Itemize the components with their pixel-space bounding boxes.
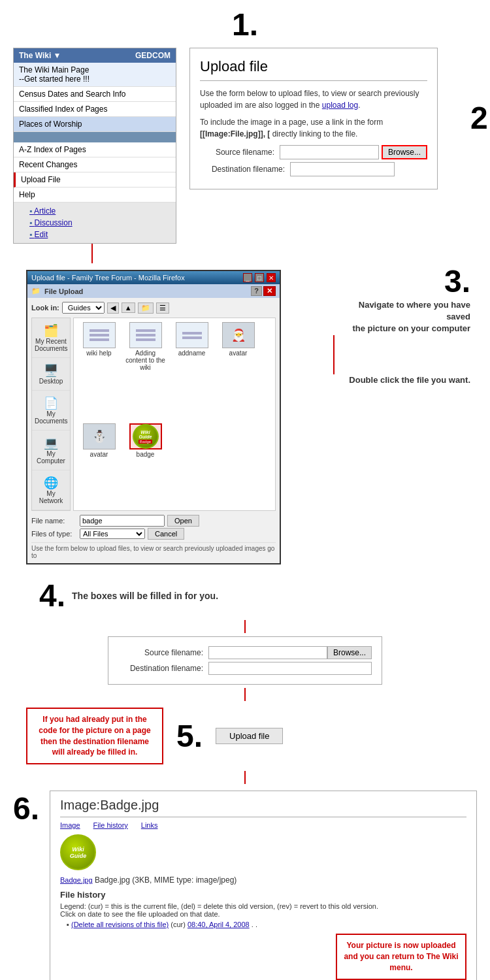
filetype-select[interactable]: All Files [80,529,145,539]
dest-input[interactable] [290,162,395,176]
image-tabs: Image File history Links [60,821,466,829]
tab-links[interactable]: Links [141,821,158,829]
dialog-filetype-row: Files of type: All Files Cancel [31,528,276,540]
source-row: Source filename: Browse... [200,145,427,159]
sidebar-network[interactable]: 🌐 My Network [32,470,70,510]
sidebar-sub-discussion[interactable]: Discussion [19,217,171,229]
source-input[interactable] [280,145,379,159]
dialog-close-btn[interactable]: ✕ [263,286,276,296]
image-page-title: Image:Badge.jpg [60,798,466,817]
sidebar-item-main[interactable]: The Wiki Main Page--Get started here !!! [14,63,176,87]
sidebar-mycomputer[interactable]: 💻 My Computer [32,431,70,470]
look-in-select[interactable]: Guides [62,302,105,314]
tab-image[interactable]: Image [60,821,80,829]
dialog-close[interactable]: ✕ [267,273,276,282]
sidebar-item-worship[interactable]: Places of Worship [14,117,176,132]
filled-source-row: Source filename: C:\Documents and Settin… [118,646,372,659]
upload-file-box: Upload file Use the form below to upload… [189,48,438,189]
dialog-toolbar: Look in: Guides ◀ ▲ 📁 ☰ [31,302,276,314]
file-avatar1[interactable]: 🎅 avatar [217,322,259,357]
filled-dest-row: Destination filename: Badge.jpg [118,662,372,675]
file-badge[interactable]: Wiki Guide Badge badge [124,423,167,458]
file-addname[interactable]: addname [171,322,213,357]
file-history-item: (Delete all revisions of this file) (cur… [67,921,466,928]
sidebar-item-census[interactable]: Census Dates and Search Info [14,87,176,102]
file-adding[interactable]: Adding content to the wiki [124,322,167,371]
filename-input[interactable] [80,515,165,527]
upload-file-button[interactable]: Upload file [216,728,283,744]
cancel-button[interactable]: Cancel [148,528,184,540]
sidebar-recent[interactable]: 🗂️ My Recent Documents [32,318,70,358]
sidebar-item-help[interactable]: Help [14,188,176,203]
connector-5 [244,771,246,784]
file-avatar2[interactable]: ⛄ avatar [78,423,120,458]
network-icon: 🌐 [35,476,67,490]
file-link[interactable]: Badge.jpg [60,876,93,884]
badge-image: Wiki Guide [60,834,96,870]
connector-5-area [13,771,477,784]
filled-browse-btn[interactable]: Browse... [327,646,372,659]
step3-label: 3. [444,264,470,299]
new-folder-btn[interactable]: 📁 [138,302,154,314]
dialog-help-btn[interactable]: ? [251,286,262,296]
view-btn[interactable]: ☰ [156,302,169,314]
filetype-label: Files of type: [31,530,77,538]
back-btn[interactable]: ◀ [107,302,119,314]
sidebar-item-upload[interactable]: Upload File [14,172,176,188]
filled-source-input[interactable]: C:\Documents and Settings\Caroline\My Do… [208,646,327,659]
connector-area [13,620,477,633]
tab-file-history[interactable]: File history [93,821,128,829]
file-meta: Badge.jpg (3KB, MIME type: image/jpeg) [95,875,237,885]
file-desc: Badge.jpg Badge.jpg (3KB, MIME type: ima… [60,875,466,885]
dialog-bottom: File name: Open [31,515,276,527]
sidebar-mydocs[interactable]: 📄 My Documents [32,391,70,431]
connector-4 [244,688,246,701]
dialog-title: Upload file - Family Tree Forum - Mozill… [31,274,185,282]
image-page: Image:Badge.jpg Image File history Links… [50,791,477,980]
file-wikihelp[interactable]: wiki help [78,322,120,357]
sidebar-desktop[interactable]: 🖥️ Desktop [32,358,70,391]
file-history-legend: Legend: (cur) = this is the current file… [60,902,466,918]
upload-desc1: Use the form below to upload files, to v… [200,88,427,111]
delete-link[interactable]: (Delete all revisions of this file) [71,921,169,928]
dialog-minimize[interactable]: _ [243,273,252,282]
mycomputer-icon: 💻 [35,436,67,450]
file-adding-label: Adding content to the wiki [125,350,165,371]
image-page-container: Image:Badge.jpg Image File history Links… [50,791,477,980]
sidebar-item-classified[interactable]: Classified Index of Pages [14,102,176,117]
browse-button[interactable]: Browse... [382,145,427,159]
sidebar-item-recent[interactable]: Recent Changes [14,157,176,172]
sidebar-item-azindex[interactable]: A-Z Index of Pages [14,142,176,157]
step5-label: 5. [176,718,203,754]
step5-callout: If you had already put in the code for t… [26,708,163,764]
step3-text2: Double click the file you want. [333,374,470,386]
look-in-label: Look in: [31,304,59,312]
step4-label: 4. [39,578,65,613]
filled-dest-input[interactable]: Badge.jpg [208,662,372,675]
dest-label: Destination filename: [200,165,285,174]
file-dialog: Upload file - Family Tree Forum - Mozill… [26,270,281,564]
filled-form: Source filename: C:\Documents and Settin… [108,636,382,685]
dialog-files: wiki help Adding content to the wiki [73,318,276,511]
open-button[interactable]: Open [167,515,199,527]
up-btn[interactable]: ▲ [122,302,135,313]
history-date-link[interactable]: 08:40, April 4, 2008 [188,921,250,928]
sidebar-sub-article[interactable]: Article [19,205,171,217]
step3-text: Navigate to where you have savedthe pict… [333,299,470,335]
file-badge-label: badge [137,451,155,458]
dialog-maximize[interactable]: □ [255,273,264,282]
sidebar-sub-edit[interactable]: Edit [19,229,171,240]
step3-vline [333,335,438,374]
sidebar-gedcom: GEDCOM [135,51,171,60]
filled-dest-label: Destination filename: [118,664,203,673]
step4-text: The boxes will be filled in for you. [72,591,218,601]
step5-area: If you had already put in the code for t… [26,708,464,764]
upload-title: Upload file [200,58,427,81]
dialog-sidebar: 🗂️ My Recent Documents 🖥️ Desktop 📄 My D… [31,318,71,511]
file-wikihelp-label: wiki help [86,350,111,357]
step6-area: 6. Image:Badge.jpg Image File history Li… [13,791,477,980]
dialog-body: Look in: Guides ◀ ▲ 📁 ☰ 🗂️ M [27,298,280,563]
upload-log-link[interactable]: upload log [322,101,358,110]
sidebar-header[interactable]: The Wiki ▼ GEDCOM [14,48,176,63]
step6-callout1: Your picture is now uploaded and you can… [336,934,466,979]
